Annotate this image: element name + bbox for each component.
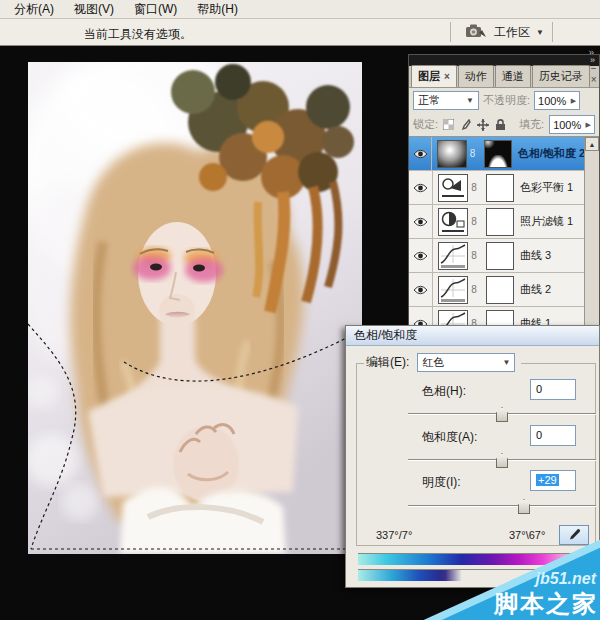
hue-slider-thumb[interactable] [496,407,508,422]
tab-actions[interactable]: 动作 [458,65,494,87]
adjustment-thumbnail-color-balance[interactable] [438,174,468,202]
bridge-camera-icon [466,24,488,41]
menu-analysis[interactable]: 分析(A) [4,0,64,20]
layer-row-photo-filter-1[interactable]: 8 照片滤镜 1 [409,205,585,239]
lightness-label: 明度(I): [422,474,461,491]
saturation-slider-thumb[interactable] [496,453,508,468]
adjustment-thumbnail-curves[interactable] [438,276,468,304]
tab-layers-label: 图层 [418,70,440,82]
saturation-value: 0 [536,429,542,441]
fill-input[interactable]: 100% ▶ [549,115,595,134]
blend-mode-select[interactable]: 正常 ▼ [413,91,479,110]
tab-channels[interactable]: 通道 [495,65,531,87]
eyedropper-button[interactable] [559,525,589,545]
layer-row-hue-saturation-2[interactable]: 8 色相/饱和度 2 [409,137,585,171]
layer-name: 曲线 3 [520,248,551,263]
layer-mask-thumbnail[interactable] [486,242,514,270]
lock-pixels-brush-icon[interactable] [460,119,471,131]
menu-view[interactable]: 视图(V) [64,0,124,20]
tool-options-message: 当前工具没有选项。 [84,26,192,43]
layer-name: 色彩平衡 1 [520,180,573,195]
adjustment-thumbnail-photo-filter[interactable] [438,208,468,236]
workspace-button[interactable]: 工作区 ▼ [458,22,552,43]
lightness-input[interactable]: +29 [530,470,576,491]
hue-spectrum-bar-top [358,553,594,565]
layer-name: 照片滤镜 1 [520,214,573,229]
layer-row-curves-3[interactable]: 8 曲线 3 [409,239,585,273]
options-separator [450,22,451,42]
layer-row-curves-2[interactable]: 8 曲线 2 [409,273,585,307]
hue-value: 0 [536,383,542,395]
tool-options-bar: 当前工具没有选项。 工作区 ▼ [0,19,600,46]
eyedropper-icon [567,528,581,542]
lock-position-move-icon[interactable] [477,119,489,131]
dialog-title[interactable]: 色相/饱和度 [346,326,599,346]
mask-link-icon[interactable]: 8 [470,284,478,295]
lightness-value-selected: +29 [536,474,559,486]
visibility-eye-icon[interactable] [409,137,432,170]
blend-caret-icon: ▼ [466,96,474,105]
mask-link-icon[interactable]: 8 [470,216,478,227]
opacity-label: 不透明度: [483,93,530,108]
layer-mask-thumbnail[interactable] [486,276,514,304]
tab-close-icon[interactable]: × [444,71,450,82]
layer-mask-thumbnail[interactable] [486,174,514,202]
edit-caret-icon: ▼ [502,358,510,367]
edit-channel-value: 红色 [422,355,444,370]
mask-link-icon[interactable]: 8 [469,148,477,159]
fill-value: 100% [553,119,581,131]
fill-slider-arrow-icon[interactable]: ▶ [586,121,591,129]
layer-row-color-balance-1[interactable]: 8 色彩平衡 1 [409,171,585,205]
photoshop-window: 分析(A) 视图(V) 窗口(W) 帮助(H) 当前工具没有选项。 工作区 ▼ [0,0,600,620]
visibility-eye-icon[interactable] [409,205,433,238]
menu-bar: 分析(A) 视图(V) 窗口(W) 帮助(H) [0,0,600,19]
range-degrees-left: 337°/7° [376,529,412,541]
mask-link-icon[interactable]: 8 [470,182,478,193]
lock-row: 锁定: 填充: 100% ▶ [409,113,599,137]
lightness-slider-thumb[interactable] [518,499,530,514]
saturation-input[interactable]: 0 [530,425,576,446]
saturation-slider[interactable] [408,452,596,468]
scrollbar-up-arrow-icon[interactable]: ▲ [585,137,599,151]
layers-scrollbar[interactable]: ▲ [584,137,599,334]
range-degrees-right: 37°\67° [509,529,545,541]
workspace-label: 工作区 [494,24,530,41]
tab-layers[interactable]: 图层× [411,65,457,87]
lock-all-padlock-icon[interactable] [495,119,506,131]
layers-list: 8 色相/饱和度 2 8 色彩平衡 1 8 [409,137,585,334]
panel-window-controls[interactable]: − × [591,63,600,87]
lightness-slider-track [408,505,596,507]
menu-window[interactable]: 窗口(W) [124,0,187,20]
layer-mask-thumbnail[interactable] [486,208,514,236]
photo-document[interactable] [28,62,362,554]
panel-tabs: 图层× 动作 通道 历史记录 − × [409,66,599,88]
blend-mode-row: 正常 ▼ 不透明度: 100% ▶ [409,88,599,113]
visibility-eye-icon[interactable] [409,171,433,204]
layer-name: 曲线 2 [520,282,551,297]
hue-saturation-dialog: 色相/饱和度 编辑(E): 红色 ▼ 色相(H): 0 饱和度(A): 0 明度… [345,325,600,588]
hue-label: 色相(H): [422,383,466,400]
layer-name: 色相/饱和度 2 [518,146,585,161]
edit-row: 编辑(E): 红色 ▼ [364,353,521,372]
mask-link-icon[interactable]: 8 [470,250,478,261]
lock-transparency-icon[interactable] [443,119,454,130]
adjustment-thumbnail-curves[interactable] [438,242,468,270]
visibility-eye-icon[interactable] [409,273,433,306]
hue-spectrum-bar-bottom [358,569,594,581]
edit-label: 编辑(E): [364,354,411,371]
tab-history[interactable]: 历史记录 [532,65,590,87]
blend-mode-value: 正常 [418,93,440,108]
visibility-eye-icon[interactable] [409,239,433,272]
layer-mask-thumbnail[interactable] [484,140,511,168]
hue-input[interactable]: 0 [530,379,576,400]
opacity-value: 100% [538,95,566,107]
menu-help[interactable]: 帮助(H) [187,0,248,20]
lightness-slider[interactable] [408,498,596,514]
opacity-slider-arrow-icon[interactable]: ▶ [571,97,576,105]
hue-slider[interactable] [408,406,596,422]
edit-channel-select[interactable]: 红色 ▼ [417,353,515,372]
workspace-caret-icon: ▼ [536,28,544,37]
adjustment-thumbnail-hue-sat[interactable] [437,140,466,168]
opacity-input[interactable]: 100% ▶ [534,91,580,110]
options-separator-2 [552,22,553,42]
